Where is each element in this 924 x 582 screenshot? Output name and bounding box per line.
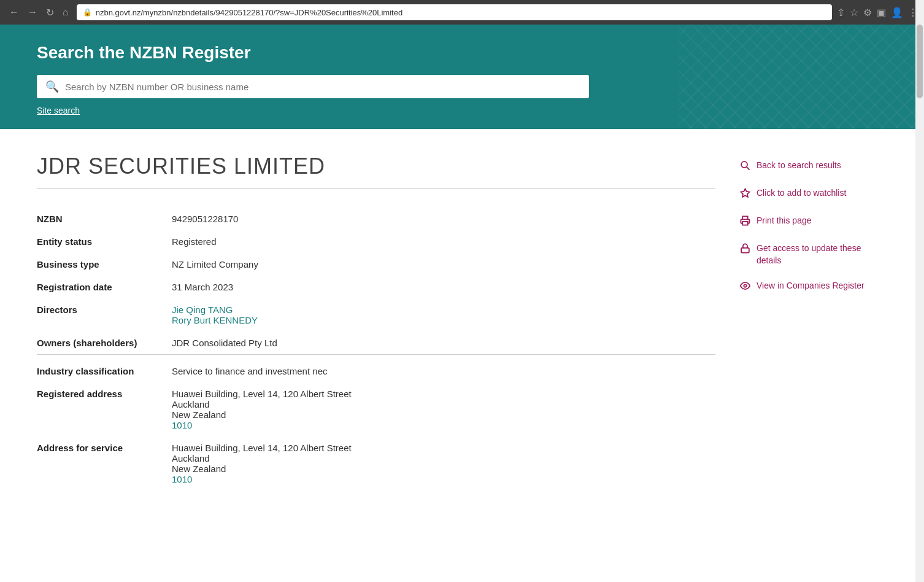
browser-nav-buttons[interactable]: ← → ↻ ⌂ — [6, 6, 72, 20]
reg-address-city: Auckland — [172, 399, 715, 409]
service-address-country: New Zealand — [172, 464, 715, 474]
registration-date-value: 31 March 2023 — [172, 276, 715, 298]
scrollbar-track[interactable] — [915, 0, 924, 515]
browser-chrome: ← → ↻ ⌂ 🔒 nzbn.govt.nz/mynzbn/nzbndetail… — [0, 0, 924, 25]
search-icon: 🔍 — [45, 80, 59, 93]
access-action[interactable]: Get access to update these details — [740, 243, 887, 266]
section-divider-row: Industry classification Service to finan… — [37, 355, 715, 383]
companies-register-label[interactable]: View in Companies Register — [757, 280, 864, 292]
split-view-icon[interactable]: ▣ — [877, 7, 886, 18]
bookmark-icon[interactable]: ☆ — [850, 7, 858, 18]
entity-status-row: Entity status Registered — [37, 230, 715, 253]
service-address-label: Address for service — [37, 437, 172, 491]
search-bar-wrapper: 🔍 — [37, 75, 589, 98]
forward-button[interactable]: → — [25, 6, 40, 20]
star-icon — [740, 188, 750, 201]
back-to-search-action[interactable]: Back to search results — [740, 160, 887, 174]
owners-row: Owners (shareholders) JDR Consolidated P… — [37, 332, 715, 355]
business-type-label: Business type — [37, 253, 172, 276]
director1-link[interactable]: Jie Qing TANG — [172, 305, 715, 315]
svg-line-1 — [747, 167, 750, 170]
site-header: Search the NZBN Register 🔍 Site search — [0, 25, 924, 129]
access-label[interactable]: Get access to update these details — [757, 243, 887, 266]
address-bar[interactable]: 🔒 nzbn.govt.nz/mynzbn/nzbndetails/942905… — [77, 4, 832, 20]
browser-toolbar-icons[interactable]: ⇧ ☆ ⚙ ▣ 👤 ⋮ — [837, 7, 918, 18]
service-address-line1: Huawei Building, Level 14, 120 Albert St… — [172, 443, 715, 453]
registered-address-value: Huawei Building, Level 14, 120 Albert St… — [172, 382, 715, 437]
site-search-link[interactable]: Site search — [37, 106, 80, 115]
company-title: JDR SECURITIES LIMITED — [37, 153, 715, 189]
owners-value: JDR Consolidated Pty Ltd — [172, 332, 715, 355]
business-type-row: Business type NZ Limited Company — [37, 253, 715, 276]
header-bg-pattern — [679, 25, 924, 129]
registration-date-row: Registration date 31 March 2023 — [37, 276, 715, 298]
svg-rect-3 — [742, 222, 748, 225]
service-address-postcode: 1010 — [172, 474, 715, 484]
svg-marker-2 — [741, 188, 749, 196]
watchlist-action[interactable]: Click to add to watchlist — [740, 187, 887, 201]
content-left: JDR SECURITIES LIMITED NZBN 942905122817… — [37, 153, 715, 491]
entity-status-value: Registered — [172, 230, 715, 253]
director2-link[interactable]: Rory Burt KENNEDY — [172, 315, 715, 325]
svg-rect-4 — [741, 248, 749, 253]
svg-point-5 — [744, 285, 746, 287]
registered-address-label: Registered address — [37, 382, 172, 437]
reg-address-line1: Huawei Building, Level 14, 120 Albert St… — [172, 389, 715, 399]
lock-icon — [740, 243, 750, 257]
address-url: nzbn.govt.nz/mynzbn/nzbndetails/94290512… — [96, 8, 402, 17]
back-button[interactable]: ← — [6, 6, 22, 20]
directors-values: Jie Qing TANG Rory Burt KENNEDY — [172, 298, 715, 332]
industry-label: Industry classification — [37, 355, 172, 383]
home-button[interactable]: ⌂ — [60, 6, 72, 20]
reg-address-country: New Zealand — [172, 409, 715, 420]
entity-status-label: Entity status — [37, 230, 172, 253]
print-label[interactable]: Print this page — [757, 215, 812, 227]
nzbn-label: NZBN — [37, 208, 172, 230]
lock-icon: 🔒 — [83, 8, 92, 17]
service-address-city: Auckland — [172, 453, 715, 464]
main-content: JDR SECURITIES LIMITED NZBN 942905122817… — [0, 129, 924, 515]
reg-address-postcode: 1010 — [172, 420, 715, 430]
nzbn-value: 9429051228170 — [172, 208, 715, 230]
eye-icon — [740, 281, 750, 294]
service-address-row: Address for service Huawei Building, Lev… — [37, 437, 715, 491]
service-address-value: Huawei Building, Level 14, 120 Albert St… — [172, 437, 715, 491]
back-to-search-label[interactable]: Back to search results — [757, 160, 841, 172]
print-icon — [740, 215, 750, 229]
directors-row: Directors Jie Qing TANG Rory Burt KENNED… — [37, 298, 715, 332]
directors-label: Directors — [37, 298, 172, 332]
scrollbar-thumb[interactable] — [917, 25, 923, 98]
owners-label: Owners (shareholders) — [37, 332, 172, 355]
sidebar-actions: Back to search results Click to add to w… — [740, 160, 887, 294]
content-right: Back to search results Click to add to w… — [740, 153, 887, 491]
registration-date-label: Registration date — [37, 276, 172, 298]
search-icon — [740, 160, 750, 174]
extensions-icon[interactable]: ⚙ — [863, 7, 872, 18]
industry-value-text: Service to finance and investment nec — [172, 366, 327, 376]
registered-address-row: Registered address Huawei Building, Leve… — [37, 382, 715, 437]
business-type-value: NZ Limited Company — [172, 253, 715, 276]
detail-table: NZBN 9429051228170 Entity status Registe… — [37, 208, 715, 491]
print-action[interactable]: Print this page — [740, 215, 887, 229]
nzbn-row: NZBN 9429051228170 — [37, 208, 715, 230]
industry-value: Service to finance and investment nec — [172, 355, 715, 383]
refresh-button[interactable]: ↻ — [43, 6, 57, 20]
svg-point-0 — [741, 161, 747, 168]
watchlist-label[interactable]: Click to add to watchlist — [757, 187, 846, 200]
companies-register-action[interactable]: View in Companies Register — [740, 280, 887, 294]
profile-icon[interactable]: 👤 — [891, 7, 903, 18]
share-icon[interactable]: ⇧ — [837, 7, 845, 18]
search-input[interactable] — [65, 82, 580, 92]
